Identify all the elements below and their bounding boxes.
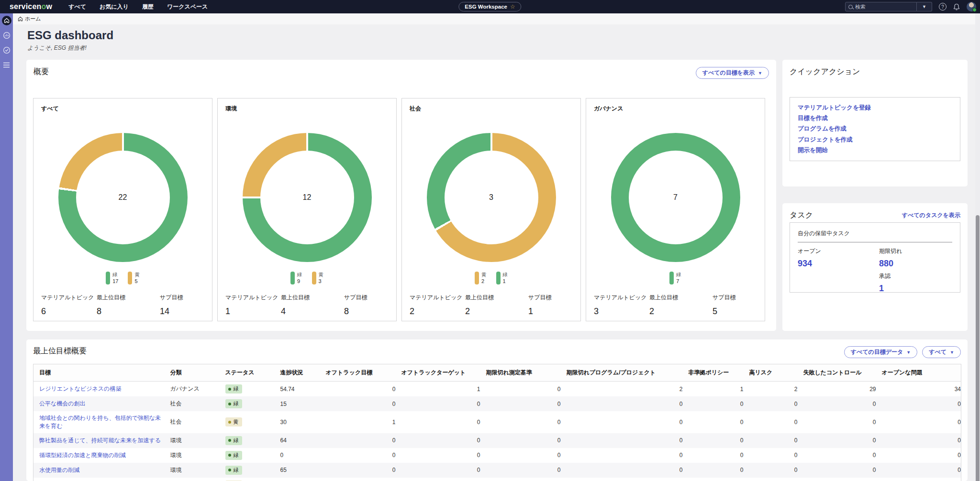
stat-value: 8: [97, 306, 160, 317]
quick-action-link-1[interactable]: 目標を作成: [798, 114, 952, 122]
donut-chart[interactable]: 3: [427, 133, 556, 262]
status-label: 黄: [234, 418, 239, 426]
workspace-pill[interactable]: ESG Workspace ☆: [458, 2, 521, 11]
goal-link[interactable]: 公平な機会の創出: [39, 400, 86, 408]
value-cell: 0: [744, 433, 798, 448]
stat-material: マテリアルトピック6: [41, 294, 97, 317]
approvals-count[interactable]: 1: [879, 284, 952, 294]
column-header[interactable]: オープンな問題: [876, 364, 961, 382]
column-header[interactable]: 分類: [165, 364, 220, 382]
value-cell: 0: [275, 448, 320, 463]
stat-material: マテリアルトピック2: [410, 294, 465, 317]
notifications-bell-icon[interactable]: [953, 3, 960, 11]
donut-legend: 緑17黄5: [33, 272, 212, 284]
nav-menu-item-1[interactable]: お気に入り: [100, 3, 129, 11]
legend-text: 緑1: [503, 272, 508, 284]
top-nav-menu: すべてお気に入り履歴ワークスペース: [68, 3, 208, 11]
donut-chart[interactable]: 12: [243, 133, 372, 262]
quick-actions-list: マテリアルトピックを登録目標を作成プログラムを作成プロジェクトを作成開示を開始: [790, 97, 960, 161]
sidebar-analytics-icon[interactable]: [2, 31, 11, 40]
search-scope-dropdown[interactable]: ▼: [917, 2, 932, 11]
sidebar-tasks-check-icon[interactable]: [2, 45, 11, 55]
legend-text: 黄5: [134, 272, 140, 284]
status-label: 緑: [234, 400, 239, 407]
stat-value: 1: [225, 306, 281, 317]
overdue-tasks-count[interactable]: 880: [879, 259, 952, 269]
quick-action-link-4[interactable]: 開示を開始: [798, 146, 952, 154]
value-cell: 2: [744, 382, 798, 397]
category-cell: 環境: [165, 433, 220, 448]
quick-action-link-3[interactable]: プロジェクトを作成: [798, 136, 952, 144]
value-cell: 0: [744, 448, 798, 463]
column-header[interactable]: 進捗状況: [275, 364, 320, 382]
goal-link[interactable]: レジリエントなビジネスの構築: [39, 385, 121, 393]
donut-legend: 緑9黄3: [218, 272, 396, 284]
goal-cell: 脱炭素化の加速: [33, 478, 165, 481]
view-all-tasks-link[interactable]: すべてのタスクを表示: [902, 211, 960, 219]
legend-text: 緑9: [297, 272, 302, 284]
sidebar-home-icon[interactable]: [2, 16, 11, 25]
card-stats: マテリアルトピック3最上位目標2サブ目標5: [594, 294, 760, 317]
legend-swatch: [496, 272, 501, 284]
goal-link[interactable]: 地域社会との関わりを持ち、包括的で強靭な未来を育む: [39, 414, 165, 430]
sidebar-list-icon[interactable]: [2, 60, 11, 70]
column-header[interactable]: 期限切れプログラム/プロジェクト: [561, 364, 683, 382]
show-all-goals-button[interactable]: すべての目標を表示▼: [696, 67, 769, 79]
vertical-scrollbar[interactable]: [975, 13, 980, 481]
column-header[interactable]: オフトラック目標: [320, 364, 396, 382]
stat-value: 2: [410, 306, 465, 317]
goal-link[interactable]: 循環型経済の加速と廃棄物の削減: [39, 451, 126, 459]
scrollbar-thumb[interactable]: [976, 215, 980, 481]
search-input[interactable]: 検索: [845, 2, 917, 11]
goal-link[interactable]: 弊社製品を通じて、持続可能な未来を加速する: [39, 437, 161, 445]
favorite-star-icon[interactable]: ☆: [510, 3, 515, 10]
stat-label: 最上位目標: [649, 294, 713, 302]
column-header[interactable]: 高リスク: [744, 364, 798, 382]
user-avatar[interactable]: [967, 2, 976, 11]
quick-action-link-0[interactable]: マテリアルトピックを登録: [798, 104, 952, 112]
value-cell: 0: [320, 433, 396, 448]
goal-link[interactable]: 水使用量の削減: [39, 466, 79, 474]
help-icon[interactable]: ?: [939, 3, 947, 11]
scope-all-button[interactable]: すべて▼: [922, 346, 961, 358]
chevron-down-icon: ▼: [950, 350, 954, 355]
stat-value: 2: [649, 306, 713, 317]
nav-menu-item-0[interactable]: すべて: [68, 3, 86, 11]
value-cell: 0: [798, 433, 876, 448]
donut-chart[interactable]: 7: [611, 133, 740, 262]
overview-card-title: すべて: [41, 105, 204, 113]
nav-menu-item-3[interactable]: ワークスペース: [167, 3, 208, 11]
status-cell: 緑: [220, 433, 275, 448]
column-header[interactable]: 目標: [33, 364, 165, 382]
goal-cell: レジリエントなビジネスの構築: [33, 382, 165, 397]
column-header[interactable]: 失敗したコントロール: [798, 364, 876, 382]
legend-label: 緑: [112, 272, 118, 278]
open-tasks-count[interactable]: 934: [798, 259, 879, 269]
breadcrumb-home-label[interactable]: ホーム: [25, 15, 41, 22]
column-header[interactable]: 期限切れ測定基準: [480, 364, 561, 382]
left-sidebar: [0, 13, 13, 481]
donut-chart[interactable]: 22: [58, 133, 188, 262]
status-label: 緑: [234, 452, 239, 459]
value-cell: 0: [798, 448, 876, 463]
chevron-down-icon: ▼: [906, 350, 911, 355]
all-goal-data-button[interactable]: すべての目標データ▼: [844, 346, 918, 358]
search-icon: [848, 5, 853, 9]
quick-action-link-2[interactable]: プログラムを作成: [798, 125, 952, 133]
status-label: 緑: [234, 467, 239, 474]
stat-label: 最上位目標: [281, 294, 344, 302]
nav-menu-item-2[interactable]: 履歴: [142, 3, 154, 11]
page-title: ESG dashboard: [27, 29, 113, 42]
legend-count: 3: [319, 278, 324, 284]
breadcrumb-home-icon[interactable]: [18, 16, 23, 22]
legend-label: 緑: [503, 272, 508, 278]
column-header[interactable]: 非準拠ポリシー: [683, 364, 744, 382]
value-cell: 0: [480, 463, 561, 478]
value-cell: 34: [876, 382, 961, 397]
column-header[interactable]: ステータス: [220, 364, 275, 382]
my-pending-tasks-card: 自分の保留中タスク オープン 期限切れ 934 880 承認 1: [790, 222, 960, 293]
legend-swatch: [290, 272, 295, 284]
value-cell: 54.74: [275, 382, 320, 397]
status-badge: 緑: [225, 436, 242, 445]
column-header[interactable]: オフトラックターゲット: [396, 364, 480, 382]
